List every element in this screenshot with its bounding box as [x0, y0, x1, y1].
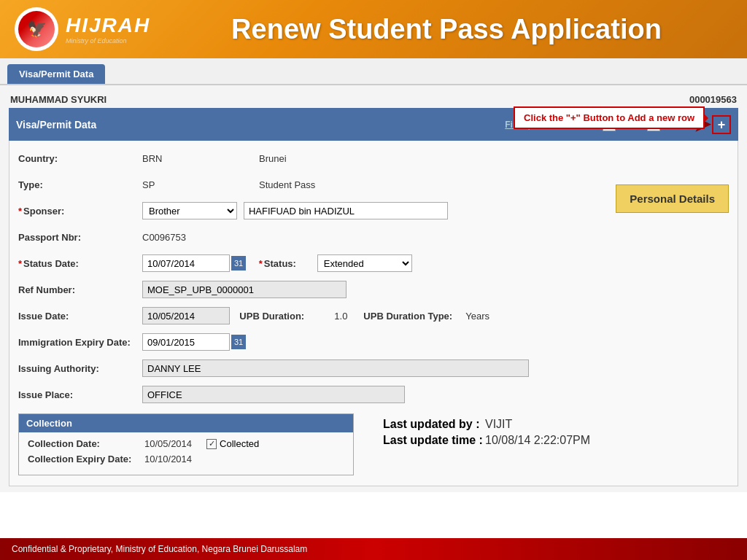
footer: Confidential & Proprietary, Ministry of …: [0, 538, 747, 560]
last-updated-time-label: Last update time :: [383, 434, 485, 447]
logo-circle: 🦅: [15, 7, 58, 51]
last-updated-time-row: Last update time : 10/08/14 2:22:07PM: [383, 434, 590, 447]
status-date-calendar-icon[interactable]: 31: [231, 256, 246, 271]
immigration-expiry-row: Immigration Expiry Date: 31: [18, 332, 729, 352]
passport-value: C0096753: [142, 232, 186, 243]
status-select[interactable]: Extended Active Expired: [317, 254, 412, 272]
issuing-authority-label: Issuing Authority:: [18, 363, 142, 374]
issue-place-input: [142, 386, 405, 403]
sponser-select[interactable]: Brother Father Mother Guardian Self: [142, 202, 237, 219]
upb-duration-value: 1.0: [334, 311, 363, 322]
upb-duration-type-value: Years: [465, 311, 489, 322]
country-name: Brunei: [259, 153, 287, 164]
user-id: 000019563: [689, 94, 737, 105]
collection-date-value: 10/05/2014: [144, 438, 192, 449]
issue-place-row: Issue Place:: [18, 384, 729, 405]
upb-duration-label: UPB Duration:: [239, 311, 334, 322]
section-title: Visa/Permit Data: [16, 119, 96, 131]
collection-section: Collection Collection Date: 10/05/2014 ✓…: [18, 413, 354, 475]
country-row: Country: BRN Brunei: [18, 148, 729, 168]
passport-row: Passport Nbr: C0096753: [18, 227, 729, 247]
last-updated-by-row: Last updated by : VIJIT: [383, 418, 590, 431]
callout-box: Click the "+" Button to Add a new row: [514, 106, 705, 129]
last-updated-time-value: 10/08/14 2:22:07PM: [485, 434, 590, 447]
logo-area: 🦅 HIJRAH Ministry of Education: [15, 7, 160, 51]
issue-date-input: [142, 307, 230, 324]
tab-visa-permit[interactable]: Visa/Permit Data: [7, 64, 105, 84]
passport-label: Passport Nbr:: [18, 232, 142, 243]
type-name: Student Pass: [259, 179, 315, 190]
callout-text: Click the "+" Button to Add a new row: [524, 112, 694, 123]
collected-checkbox-label[interactable]: ✓ Collected: [206, 438, 259, 449]
status-date-row: Status Date: 31 Status: Extended Active …: [18, 253, 729, 273]
add-button-container: Click the "+" Button to Add a new row ➤ …: [694, 112, 731, 136]
collection-header: Collection: [19, 414, 353, 432]
logo-text: HIJRAH Ministry of Education: [66, 14, 150, 44]
issuing-authority-input: [142, 359, 529, 377]
logo-name: HIJRAH: [66, 14, 150, 37]
ref-number-input: [142, 281, 347, 298]
issue-place-label: Issue Place:: [18, 389, 142, 400]
collection-date-row: Collection Date: 10/05/2014 ✓ Collected: [28, 438, 344, 449]
form-area: Country: BRN Brunei Type: SP Student Pas…: [9, 141, 738, 486]
status-date-input[interactable]: [142, 254, 230, 272]
footer-text: Confidential & Proprietary, Ministry of …: [12, 544, 307, 554]
sponser-name-input[interactable]: [244, 202, 448, 219]
logo-bird-icon: 🦅: [27, 20, 47, 39]
tab-bar: Visa/Permit Data: [0, 58, 747, 85]
collection-expiry-row: Collection Expiry Date: 10/10/2014: [28, 454, 344, 464]
issue-date-row: Issue Date: UPB Duration: 1.0 UPB Durati…: [18, 306, 729, 326]
issue-date-label: Issue Date:: [18, 311, 142, 322]
type-code: SP: [142, 179, 259, 190]
logo-tagline: Ministry of Education: [66, 37, 150, 44]
last-updated-section: Last updated by : VIJIT Last update time…: [383, 411, 590, 450]
collection-date-label: Collection Date:: [28, 438, 144, 449]
last-updated-by-value: VIJIT: [485, 418, 512, 431]
app-header: 🦅 HIJRAH Ministry of Education Renew Stu…: [0, 0, 747, 58]
country-label: Country:: [18, 153, 142, 164]
collection-expiry-label: Collection Expiry Date:: [28, 454, 144, 464]
ref-number-label: Ref Number:: [18, 284, 142, 295]
ref-number-row: Ref Number:: [18, 279, 729, 300]
logo-inner: 🦅: [18, 11, 55, 47]
nav-controls: Find | View All First ◀ 1 of 4 ▶ Last Cl…: [505, 112, 731, 136]
collection-expiry-value: 10/10/2014: [144, 454, 192, 464]
collection-body: Collection Date: 10/05/2014 ✓ Collected …: [19, 432, 353, 475]
user-name: MUHAMMAD SYUKRI: [10, 94, 107, 105]
immigration-expiry-calendar-icon[interactable]: 31: [231, 335, 246, 349]
last-updated-by-label: Last updated by :: [383, 418, 485, 431]
add-row-button[interactable]: +: [712, 115, 731, 134]
status-date-label: Status Date:: [18, 258, 142, 269]
issuing-authority-row: Issuing Authority:: [18, 358, 729, 378]
user-info-bar: MUHAMMAD SYUKRI 000019563: [9, 91, 738, 108]
personal-details-button[interactable]: Personal Details: [616, 184, 729, 213]
main-content: MUHAMMAD SYUKRI 000019563 Visa/Permit Da…: [0, 85, 747, 492]
page-title: Renew Student Pass Application: [160, 14, 732, 45]
collected-checkbox-icon[interactable]: ✓: [206, 439, 217, 449]
sponser-label: Sponser:: [18, 206, 142, 217]
type-label: Type:: [18, 179, 142, 190]
immigration-expiry-input[interactable]: [142, 333, 230, 351]
upb-duration-type-label: UPB Duration Type:: [363, 311, 465, 322]
immigration-expiry-label: Immigration Expiry Date:: [18, 337, 142, 348]
collected-label: Collected: [220, 438, 259, 449]
status-label: Status:: [259, 258, 317, 269]
section-header: Visa/Permit Data Find | View All First ◀…: [9, 108, 738, 141]
country-code: BRN: [142, 153, 259, 164]
